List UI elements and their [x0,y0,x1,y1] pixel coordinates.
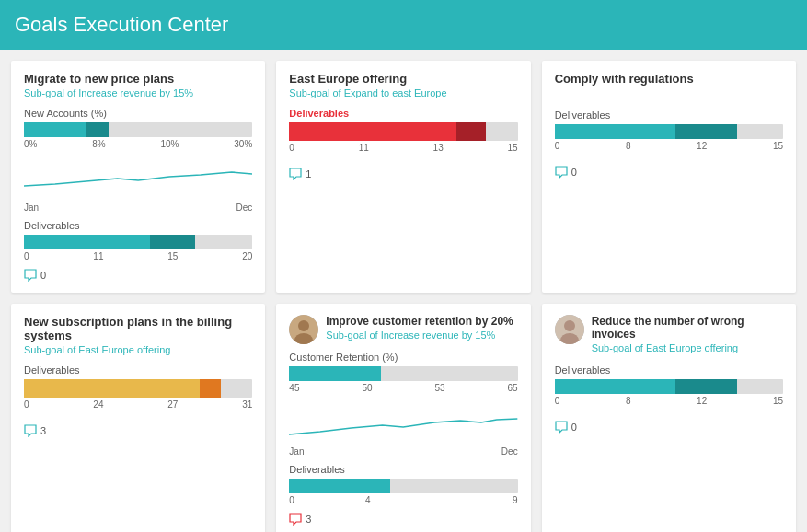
card-title: Migrate to new price plans [24,72,252,86]
deliverables-section-5: Deliverables 0 4 9 [289,464,517,505]
card-header-5: Improve customer retention by 20% Sub-go… [289,315,517,350]
metric-new-accounts-label: New Accounts (%) [24,108,252,119]
deliverables-bar-red-2 [289,122,455,141]
comment-icon-6 [555,421,568,434]
svg-point-4 [564,320,575,331]
new-accounts-bar-teal [24,122,86,137]
deliverables-axis-5: 0 4 9 [289,495,517,505]
deliverables-label-3: Deliverables [555,110,783,121]
card-subtitle-4: Sub-goal of East Europe offering [24,344,252,355]
card-title-4: New subscription plans in the billing sy… [24,315,252,342]
card-subtitle-3 [555,87,783,100]
deliverables-bar-track-3 [555,124,783,139]
deliverables-bar-teal-5 [289,479,389,493]
metric-retention-label: Customer Retention (%) [289,352,517,363]
comment-count-2: 1 [289,168,517,180]
avatar-5 [289,315,318,344]
deliverables-bar-gold-4 [24,379,200,398]
new-accounts-bar-dark [86,122,109,137]
card-title-info-6: Reduce the number of wrong invoices Sub-… [592,315,783,363]
comment-count-4: 3 [24,424,252,437]
comment-count-6: 0 [555,421,783,434]
deliverables-label-2: Deliverables [289,108,517,119]
sparkline-axis-5: Jan Dec [289,446,517,457]
comment-icon-1 [24,269,37,282]
comment-icon-2 [289,168,302,180]
deliverables-label-6: Deliverables [555,364,783,376]
new-accounts-axis: 0% 8% 10% 30% [24,139,252,149]
deliverables-bar-dark-red-2 [456,122,486,141]
deliverables-bar-teal-1 [24,235,150,249]
page-title: Goals Execution Center [15,13,792,37]
deliverables-label-1: Deliverables [24,220,252,231]
deliverables-bar-track-5 [289,479,517,493]
card-title-info-5: Improve customer retention by 20% Sub-go… [326,315,513,350]
card-wrong-invoices: Reduce the number of wrong invoices Sub-… [542,304,796,532]
header: Goals Execution Center [0,0,807,50]
svg-point-1 [298,320,309,331]
sparkline-migrate [24,158,252,195]
card-customer-retention: Improve customer retention by 20% Sub-go… [276,304,530,532]
deliverables-bar-track-6 [555,379,783,394]
card-subtitle-5: Sub-goal of Increase revenue by 15% [326,330,513,341]
deliverables-axis-6: 0 8 12 15 [555,396,783,406]
deliverables-bar-track-1 [24,235,252,249]
deliverables-bar-teal-3 [555,124,676,139]
card-title-5: Improve customer retention by 20% [326,315,513,328]
comment-icon-4 [24,424,37,437]
card-comply-regulations: Comply with regulations Deliverables 0 8… [542,61,796,293]
card-subscription-plans: New subscription plans in the billing sy… [11,304,265,532]
deliverables-bar-dark-1 [150,235,196,249]
comment-icon-3 [555,166,568,179]
deliverables-bar-dark-6 [675,379,737,394]
comment-count-5: 3 [289,513,517,526]
comment-icon-5 [289,513,302,526]
card-subtitle: Sub-goal of Increase revenue by 15% [24,87,252,98]
avatar-6 [555,315,584,344]
card-subtitle-2: Sub-goal of Expand to east Europe [289,87,517,98]
retention-axis: 45 50 53 65 [289,383,517,393]
card-header-6: Reduce the number of wrong invoices Sub-… [555,315,783,363]
card-title-6: Reduce the number of wrong invoices [592,315,783,341]
deliverables-axis-1: 0 11 15 20 [24,251,252,261]
retention-bar-track [289,366,517,381]
main-grid: Migrate to new price plans Sub-goal of I… [0,50,807,532]
deliverables-label-4: Deliverables [24,364,252,376]
comment-count-1: 0 [24,269,252,282]
deliverables-bar-teal-6 [555,379,676,394]
card-migrate-price-plans: Migrate to new price plans Sub-goal of I… [11,61,265,293]
deliverables-label-5: Deliverables [289,464,517,475]
sparkline-axis: Jan Dec [24,202,252,213]
deliverables-bar-track-2 [289,122,517,141]
retention-bar-teal [289,366,380,381]
deliverables-bar-dark-3 [675,124,737,139]
new-accounts-bar-track [24,122,252,137]
card-east-europe: East Europe offering Sub-goal of Expand … [276,61,530,293]
deliverables-axis-2: 0 11 13 15 [289,143,517,153]
deliverables-axis-3: 0 8 12 15 [555,141,783,151]
card-subtitle-6: Sub-goal of East Europe offering [592,342,783,353]
sparkline-retention [289,402,517,439]
card-title-3: Comply with regulations [555,72,783,86]
comment-count-3: 0 [555,166,783,179]
deliverables-section-1: Deliverables 0 11 15 20 [24,220,252,261]
card-title-2: East Europe offering [289,72,517,86]
deliverables-bar-orange-4 [200,379,220,398]
deliverables-bar-track-4 [24,379,252,398]
deliverables-axis-4: 0 24 27 31 [24,399,252,410]
